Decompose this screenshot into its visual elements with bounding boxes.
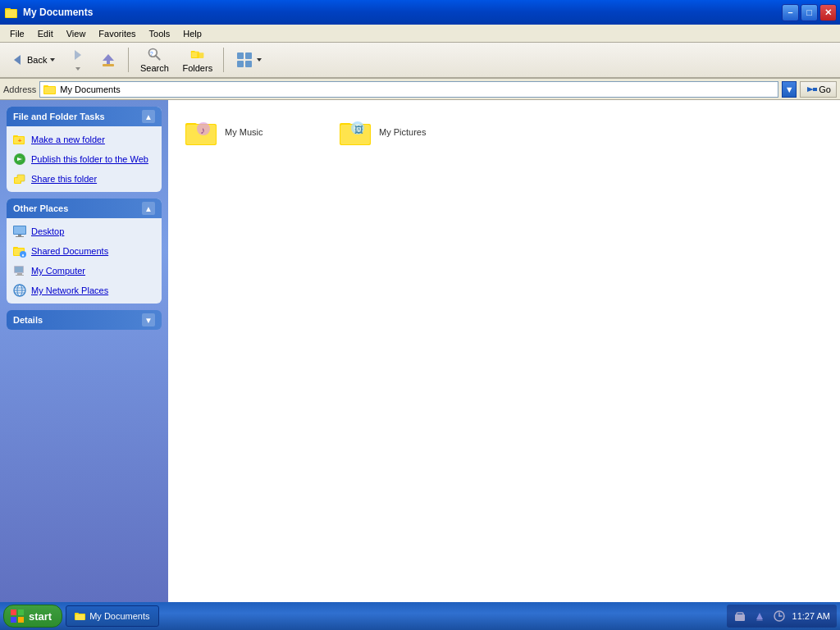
menu-tools[interactable]: Tools bbox=[143, 27, 177, 40]
shared-documents-label: Shared Documents bbox=[31, 246, 108, 256]
other-places-header[interactable]: Other Places ▲ bbox=[7, 199, 162, 218]
content-area[interactable]: ♪ My Music 🖼 My Pictures bbox=[168, 100, 840, 602]
minimize-button[interactable]: – bbox=[782, 4, 799, 21]
menu-favorites[interactable]: Favorites bbox=[92, 27, 142, 40]
publish-icon bbox=[13, 153, 26, 166]
my-pictures-folder-icon: 🖼 bbox=[340, 117, 372, 147]
up-button[interactable] bbox=[94, 44, 123, 75]
svg-rect-2 bbox=[6, 10, 16, 17]
publish-folder-link[interactable]: Publish this folder to the Web bbox=[13, 151, 155, 167]
sidebar: File and Folder Tasks ▲ + Make a new fol… bbox=[0, 100, 168, 602]
menu-edit[interactable]: Edit bbox=[31, 27, 60, 40]
desktop-icon bbox=[13, 225, 26, 238]
desktop-label: Desktop bbox=[31, 226, 64, 236]
file-folder-tasks-panel: File and Folder Tasks ▲ + Make a new fol… bbox=[7, 107, 162, 192]
taskbar-right: 11:27 AM bbox=[727, 605, 837, 628]
my-network-places-label: My Network Places bbox=[31, 285, 108, 295]
svg-rect-18 bbox=[237, 52, 244, 59]
svg-rect-21 bbox=[245, 61, 252, 67]
svg-rect-9 bbox=[103, 64, 114, 66]
titlebar-buttons: – □ ✕ bbox=[782, 4, 837, 21]
details-toggle[interactable]: ▼ bbox=[142, 313, 155, 326]
search-label: Search bbox=[140, 63, 169, 73]
my-pictures-label: My Pictures bbox=[379, 127, 426, 137]
system-tray-icon-2 bbox=[753, 609, 766, 623]
views-button[interactable] bbox=[229, 44, 270, 75]
file-folder-tasks-content: + Make a new folder Publish this folder … bbox=[7, 126, 162, 192]
back-button[interactable]: Back bbox=[3, 44, 62, 75]
go-arrow-icon bbox=[806, 83, 819, 96]
file-folder-tasks-header[interactable]: File and Folder Tasks ▲ bbox=[7, 107, 162, 126]
svg-marker-22 bbox=[257, 58, 262, 62]
share-folder-link[interactable]: Share this folder bbox=[13, 171, 155, 187]
svg-line-11 bbox=[156, 56, 160, 60]
address-field[interactable]: My Documents bbox=[39, 81, 778, 98]
share-icon bbox=[13, 172, 26, 185]
svg-rect-27 bbox=[813, 88, 817, 91]
menubar: File Edit View Favorites Tools Help bbox=[0, 25, 840, 43]
svg-rect-17 bbox=[197, 52, 203, 58]
close-button[interactable]: ✕ bbox=[819, 4, 837, 21]
search-icon: ? bbox=[145, 47, 163, 62]
taskbar-my-documents-label: My Documents bbox=[89, 611, 149, 621]
forward-dropdown-icon bbox=[74, 65, 82, 73]
other-places-title: Other Places bbox=[13, 203, 68, 213]
my-computer-icon bbox=[13, 264, 26, 277]
toolbar-separator-2 bbox=[223, 48, 224, 72]
menu-file[interactable]: File bbox=[3, 27, 31, 40]
make-new-folder-label: Make a new folder bbox=[31, 135, 105, 144]
publish-folder-label: Publish this folder to the Web bbox=[31, 154, 148, 164]
svg-text:🖼: 🖼 bbox=[354, 125, 363, 135]
maximize-button[interactable]: □ bbox=[801, 4, 818, 21]
forward-button[interactable] bbox=[64, 44, 92, 75]
svg-rect-73 bbox=[75, 614, 84, 620]
main-area: File and Folder Tasks ▲ + Make a new fol… bbox=[0, 100, 840, 602]
my-network-places-link[interactable]: My Network Places bbox=[13, 282, 155, 299]
svg-rect-37 bbox=[15, 178, 21, 183]
details-header[interactable]: Details ▼ bbox=[7, 310, 162, 330]
svg-marker-8 bbox=[103, 54, 114, 61]
new-folder-icon: + bbox=[13, 133, 26, 146]
address-value: My Documents bbox=[60, 84, 120, 94]
search-button[interactable]: ? Search bbox=[134, 44, 175, 75]
svg-rect-50 bbox=[16, 275, 24, 276]
svg-rect-48 bbox=[15, 267, 23, 272]
svg-rect-40 bbox=[18, 235, 21, 236]
address-dropdown-button[interactable]: ▼ bbox=[782, 81, 797, 98]
svg-marker-4 bbox=[50, 58, 55, 62]
details-panel: Details ▼ bbox=[7, 310, 162, 330]
file-folder-tasks-toggle[interactable]: ▲ bbox=[142, 110, 155, 123]
taskbar-my-documents[interactable]: My Documents bbox=[66, 605, 158, 627]
svg-rect-70 bbox=[18, 617, 24, 623]
svg-marker-5 bbox=[75, 50, 81, 60]
address-go-button[interactable]: Go bbox=[800, 81, 837, 98]
other-places-toggle[interactable]: ▲ bbox=[142, 202, 155, 215]
titlebar-left: My Documents bbox=[5, 6, 93, 19]
my-pictures-folder[interactable]: 🖼 My Pictures bbox=[336, 113, 483, 151]
svg-text:+: + bbox=[18, 137, 22, 144]
folders-button[interactable]: Folders bbox=[176, 44, 218, 75]
svg-marker-6 bbox=[75, 67, 80, 71]
my-computer-link[interactable]: My Computer bbox=[13, 262, 155, 279]
start-label: start bbox=[29, 610, 52, 623]
start-button[interactable]: start bbox=[3, 605, 62, 628]
file-folder-tasks-title: File and Folder Tasks bbox=[13, 112, 105, 121]
menu-view[interactable]: View bbox=[60, 27, 93, 40]
folders-icon bbox=[189, 47, 207, 62]
menu-help[interactable]: Help bbox=[176, 27, 208, 40]
details-title: Details bbox=[13, 315, 43, 325]
share-folder-label: Share this folder bbox=[31, 174, 97, 184]
svg-rect-67 bbox=[11, 609, 16, 615]
svg-rect-41 bbox=[16, 236, 24, 237]
titlebar-folder-icon bbox=[5, 6, 18, 19]
shared-documents-link[interactable]: ♦ Shared Documents bbox=[13, 243, 155, 259]
svg-text:?: ? bbox=[151, 51, 154, 57]
folders-label: Folders bbox=[182, 63, 212, 73]
desktop-link[interactable]: Desktop bbox=[13, 223, 155, 240]
make-new-folder-link[interactable]: + Make a new folder bbox=[13, 131, 155, 148]
views-dropdown-icon bbox=[255, 56, 263, 64]
my-music-folder[interactable]: ♪ My Music bbox=[181, 113, 329, 151]
svg-rect-19 bbox=[245, 52, 252, 59]
system-tray-icon-1 bbox=[733, 609, 746, 623]
svg-rect-69 bbox=[11, 617, 16, 623]
